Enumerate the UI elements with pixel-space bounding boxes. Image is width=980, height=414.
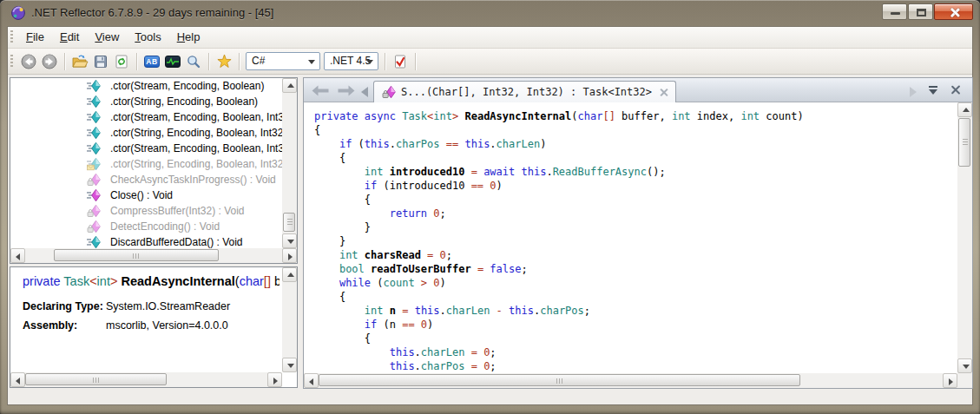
scroll-left-button[interactable]: [10, 248, 25, 263]
forward-button[interactable]: [40, 52, 59, 71]
scroll-tabs-right-button[interactable]: [910, 85, 917, 101]
tree-item[interactable]: DiscardBufferedData() : Void: [10, 234, 282, 248]
save-floppy-icon: [94, 55, 108, 69]
assembly-label: Assembly:: [23, 319, 106, 332]
tab-close-icon[interactable]: [660, 89, 668, 96]
code-line: if (this.charPos == this.charLen): [314, 138, 957, 152]
toolbar-separator: [64, 53, 65, 70]
code-check-button[interactable]: [391, 52, 410, 71]
details-horizontal-scrollbar[interactable]: [10, 372, 282, 387]
scroll-up-button[interactable]: [957, 102, 972, 117]
menu-item-tools[interactable]: Tools: [127, 27, 168, 48]
scroll-tabs-left-button[interactable]: [361, 85, 368, 101]
menu-item-view[interactable]: View: [87, 27, 127, 48]
code-line: int introduced10 = await this.ReadBuffer…: [314, 166, 957, 180]
scroll-down-button[interactable]: [282, 358, 297, 372]
tree-item-label: Close() : Void: [110, 189, 173, 201]
star-icon: [216, 54, 233, 69]
framework-value: .NET 4.5: [330, 55, 371, 67]
assembly-row: Assembly:mscorlib, Version=4.0.0.0: [23, 319, 228, 332]
scroll-down-button[interactable]: [957, 358, 972, 373]
scroll-right-button[interactable]: [267, 372, 282, 387]
method-icon: [87, 110, 106, 124]
tree-item[interactable]: CheckAsyncTaskInProgress() : Void: [10, 172, 282, 187]
private-method-icon: [382, 85, 397, 99]
menu-item-file[interactable]: File: [18, 27, 52, 48]
tab-list-button[interactable]: [929, 86, 937, 95]
language-select[interactable]: C#: [246, 52, 320, 70]
code-line: int charsRead = 0;: [314, 249, 957, 263]
history-forward-button[interactable]: [337, 84, 356, 100]
arrow-right-icon: [337, 85, 356, 96]
tree-item[interactable]: .ctor(Stream, Encoding, Boolean, Int3: [10, 109, 282, 125]
scroll-right-button[interactable]: [943, 373, 957, 388]
menu-item-edit[interactable]: Edit: [52, 27, 87, 48]
toolbar-separator: [239, 53, 240, 70]
tree-item[interactable]: .ctor(String, Encoding, Boolean, Int32: [10, 125, 282, 141]
tree-vertical-scrollbar[interactable]: [282, 78, 297, 248]
scroll-left-button[interactable]: [304, 373, 319, 388]
rename-button[interactable]: AB: [142, 52, 161, 71]
search-button[interactable]: [184, 52, 203, 71]
tree-item[interactable]: .ctor(String, Encoding, Boolean, Int32: [10, 156, 282, 172]
code-line: this.charLen = 0;: [314, 346, 957, 360]
tree-item[interactable]: DetectEncoding() : Void: [10, 219, 282, 234]
menu-item-help[interactable]: Help: [169, 27, 208, 48]
close-tab-group-button[interactable]: [950, 85, 960, 95]
scrollbar-thumb[interactable]: [54, 249, 219, 261]
editor-pane: S...(Char[], Int32, Int32) : Task<Int32>…: [303, 77, 973, 389]
tab-title: S...(Char[], Int32, Int32) : Task<Int32>: [401, 86, 652, 98]
scroll-up-button[interactable]: [282, 78, 297, 93]
save-button[interactable]: [91, 52, 110, 71]
code-view[interactable]: private async Task<int> ReadAsyncInterna…: [304, 102, 957, 373]
tree-horizontal-scrollbar[interactable]: [10, 248, 297, 263]
code-line: {: [314, 332, 957, 346]
scrollbar-thumb[interactable]: [319, 374, 800, 386]
tree-item[interactable]: .ctor(String, Encoding, Boolean): [10, 94, 282, 109]
tree-item[interactable]: CompressBuffer(Int32) : Void: [10, 203, 282, 219]
close-button[interactable]: [934, 3, 973, 20]
tree-item[interactable]: Close() : Void: [10, 187, 282, 203]
code-line: while (count > 0): [314, 277, 957, 291]
window-controls: [882, 3, 973, 20]
tree-item[interactable]: .ctor(Stream, Encoding, Boolean): [10, 78, 282, 94]
method-icon: [87, 126, 106, 140]
menu-items: FileEditViewToolsHelp: [18, 27, 207, 48]
titlebar[interactable]: .NET Reflector 6.7.8.9 - 29 days remaini…: [0, 0, 980, 26]
scrollbar-corner: [957, 373, 972, 388]
disassembler-button[interactable]: [163, 52, 182, 71]
details-vertical-scrollbar[interactable]: [282, 267, 297, 372]
tab-read-async-internal[interactable]: S...(Char[], Int32, Int32) : Task<Int32>: [373, 81, 676, 102]
refresh-button[interactable]: [112, 52, 131, 71]
toolbar-separator: [136, 53, 137, 70]
tree-list: .ctor(Stream, Encoding, Boolean).ctor(St…: [10, 78, 282, 248]
editor-vertical-scrollbar[interactable]: [957, 102, 972, 373]
favorites-button[interactable]: [214, 52, 233, 71]
tree-item[interactable]: .ctor(Stream, Encoding, Boolean, Int3: [10, 141, 282, 156]
console-icon: [165, 56, 181, 68]
code-line: {: [314, 291, 957, 305]
client-area: FileEditViewToolsHelp AB: [7, 26, 973, 405]
scrollbar-thumb[interactable]: [958, 118, 970, 167]
editor-horizontal-scrollbar[interactable]: [304, 373, 957, 388]
open-button[interactable]: [70, 52, 89, 71]
maximize-button[interactable]: [908, 3, 933, 20]
method-icon: [87, 141, 106, 155]
scroll-right-button[interactable]: [282, 248, 297, 263]
minimize-icon: [891, 12, 900, 15]
scroll-up-button[interactable]: [282, 267, 297, 282]
code-line: }: [314, 235, 957, 249]
code-line: if (introduced10 == 0): [314, 180, 957, 194]
history-back-button[interactable]: [311, 84, 330, 100]
toolbar-grip[interactable]: [10, 55, 13, 69]
scroll-down-button[interactable]: [282, 233, 297, 248]
open-folder-icon: [72, 55, 89, 69]
minimize-button[interactable]: [882, 3, 907, 20]
framework-select[interactable]: .NET 4.5: [324, 52, 378, 70]
menubar-grip[interactable]: [10, 30, 13, 44]
back-button[interactable]: [19, 52, 38, 71]
scrollbar-thumb[interactable]: [25, 373, 167, 385]
scrollbar-thumb[interactable]: [283, 213, 295, 232]
method-icon-magenta-lock: [87, 173, 106, 187]
scroll-left-button[interactable]: [10, 372, 25, 387]
